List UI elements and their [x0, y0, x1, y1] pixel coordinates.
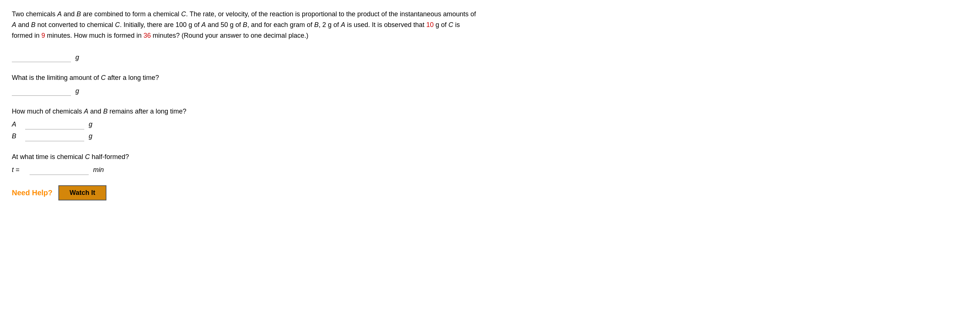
var-C-2: C	[115, 21, 120, 29]
question-2-block: What is the limiting amount of C after a…	[12, 72, 968, 96]
unit-min: min	[93, 166, 104, 174]
answer-row-3b: B g	[12, 132, 968, 141]
question-3-text: How much of chemicals A and B remains af…	[12, 106, 968, 117]
answer-input-B[interactable]	[25, 132, 84, 141]
var-A-q3: A	[84, 108, 88, 115]
var-B-2: B	[31, 21, 35, 29]
watch-it-button[interactable]: Watch It	[58, 185, 107, 200]
label-B: B	[12, 133, 22, 140]
var-B-q3: B	[103, 108, 108, 115]
unit-g-B: g	[89, 133, 92, 140]
answer-row-2: g	[12, 86, 968, 96]
var-A-2: A	[12, 21, 16, 29]
var-C-3: C	[449, 21, 453, 29]
var-B-1: B	[76, 10, 81, 18]
var-C-1: C	[181, 10, 186, 18]
var-C-q4: C	[85, 153, 90, 161]
highlight-10: 10	[426, 21, 433, 29]
highlight-36: 36	[143, 32, 151, 39]
answer-input-1[interactable]	[12, 53, 71, 62]
var-A-4: A	[341, 21, 345, 29]
question-1-block: g	[12, 53, 968, 62]
answer-row-1: g	[12, 53, 968, 62]
question-2-text: What is the limiting amount of C after a…	[12, 72, 968, 83]
question-3-block: How much of chemicals A and B remains af…	[12, 106, 968, 141]
t-label: t =	[12, 166, 27, 174]
question-4-block: At what time is chemical C half-formed? …	[12, 152, 968, 175]
unit-g-2: g	[75, 87, 79, 95]
highlight-9: 9	[41, 32, 45, 39]
answer-row-4: t = min	[12, 165, 968, 175]
var-B-4: B	[314, 21, 318, 29]
answer-row-3a: A g	[12, 120, 968, 129]
question-4-text: At what time is chemical C half-formed?	[12, 152, 968, 162]
unit-g-1: g	[75, 54, 79, 61]
answer-input-2[interactable]	[12, 86, 71, 96]
problem-statement: Two chemicals A and B are combined to fo…	[12, 9, 899, 41]
need-help-label: Need Help?	[12, 188, 52, 197]
var-C-q2: C	[101, 74, 106, 81]
label-A: A	[12, 121, 22, 128]
help-row: Need Help? Watch It	[12, 185, 968, 200]
var-A-3: A	[201, 21, 206, 29]
answer-input-A[interactable]	[25, 120, 84, 129]
answer-input-t[interactable]	[30, 165, 89, 175]
var-B-3: B	[243, 21, 247, 29]
unit-g-A: g	[89, 121, 92, 128]
var-A-1: A	[57, 10, 62, 18]
